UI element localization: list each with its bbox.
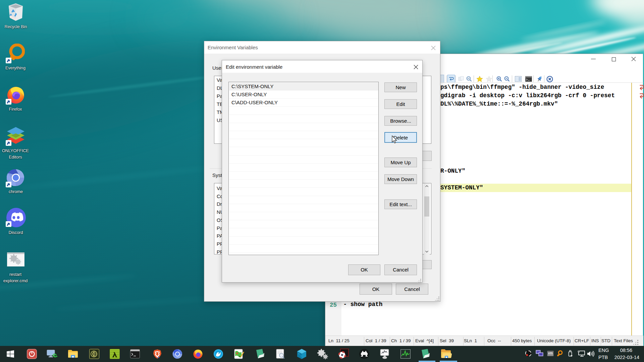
svg-text:vm: vm <box>548 351 553 355</box>
